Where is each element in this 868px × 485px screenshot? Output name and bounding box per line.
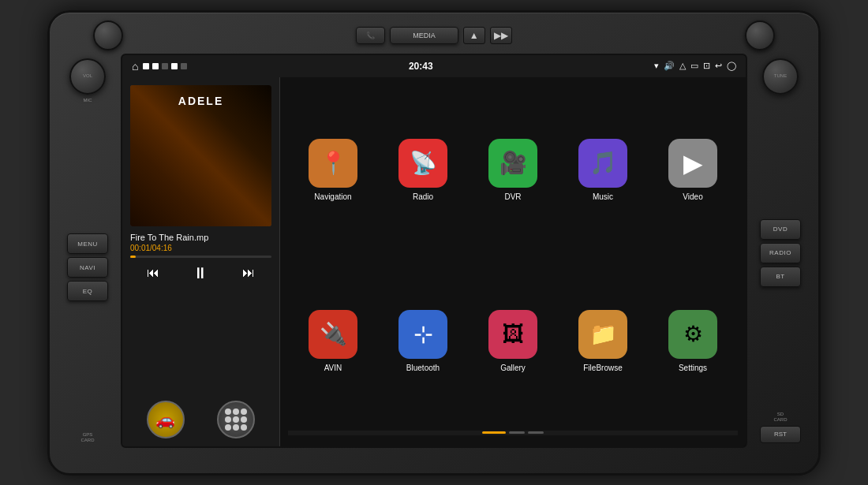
filebrowser-icon: 📁 — [578, 310, 627, 359]
battery-icon: ▭ — [690, 61, 698, 71]
car-icon-button[interactable]: 🚗 — [147, 401, 185, 438]
dot-2 — [233, 409, 239, 415]
tune-label: TUNE — [774, 73, 787, 79]
status-right: ▾ 🔊 △ ▭ ⊡ ↩ ◯ — [654, 61, 736, 71]
back-icon: ↩ — [715, 61, 722, 71]
page-indicator-2 — [509, 431, 525, 434]
indicator-4 — [171, 63, 178, 69]
bluetooth-label: Bluetooth — [406, 364, 440, 372]
artist-name-art: ADELE — [130, 95, 271, 107]
dot-4 — [225, 416, 231, 423]
radio-icon: 📡 — [398, 139, 447, 188]
media-panel: ADELE Fire To The Rain.mp 00:01/04:16 ⏮ — [122, 77, 280, 446]
app-dvr[interactable]: 🎥 DVR — [481, 88, 544, 252]
eq-button[interactable]: EQ — [67, 281, 108, 301]
gps-card-label: GPSCARD — [80, 432, 94, 442]
app-gallery[interactable]: 🖼 Gallery — [481, 259, 544, 423]
main-row: VOL MIC MENU NAVI EQ GPSCARD ⌂ — [50, 54, 818, 448]
track-name: Fire To The Rain.mp — [130, 233, 271, 242]
progress-bar-fill — [130, 256, 136, 258]
dot-3 — [241, 409, 247, 415]
app-row-2: 🔌 AVIN ⊹ Bluetooth 🖼 Gallery 📁 — [288, 259, 738, 423]
dot-1 — [225, 409, 231, 415]
dvr-label: DVR — [504, 192, 521, 201]
skip-button[interactable]: ▶▶ — [490, 27, 512, 44]
screen-content: ADELE Fire To The Rain.mp 00:01/04:16 ⏮ — [122, 77, 746, 446]
status-time: 20:43 — [409, 61, 433, 72]
dot-7 — [225, 424, 231, 431]
mic-label: MIC — [84, 98, 92, 103]
current-time: 00:01 — [130, 244, 150, 252]
screen: ⌂ 20:43 ▾ 🔊 △ ▭ ⊡ ↩ — [121, 54, 747, 448]
bottom-controls: 🚗 — [130, 401, 271, 438]
wifi-icon: ▾ — [654, 61, 659, 71]
indicator-1 — [143, 63, 149, 69]
music-icon: 🎵 — [578, 139, 627, 188]
phone-button[interactable]: 📞 — [356, 27, 385, 44]
album-art: ADELE — [130, 85, 271, 226]
video-label: Video — [683, 192, 702, 201]
app-row-1: 📍 Navigation 📡 Radio 🎥 DVR 🎵 — [288, 88, 738, 252]
page-indicator-1 — [482, 431, 506, 434]
app-music[interactable]: 🎵 Music — [571, 88, 634, 252]
album-art-inner: ADELE — [130, 85, 271, 226]
bluetooth-icon: ⊹ — [398, 310, 447, 359]
settings-icon: ⚙ — [668, 310, 717, 359]
app-settings[interactable]: ⚙ Settings — [661, 259, 724, 423]
navigation-label: Navigation — [314, 192, 351, 201]
app-filebrowser[interactable]: 📁 FileBrowse — [571, 259, 634, 423]
track-time: 00:01/04:16 — [130, 244, 271, 252]
dot-8 — [233, 424, 239, 431]
triangle-icon: △ — [679, 61, 686, 71]
eject-button[interactable]: ▲ — [463, 27, 485, 44]
media-button[interactable]: MEDIA — [390, 27, 458, 44]
media-controls: ⏮ ⏸ ⏭ — [130, 264, 271, 282]
tune-knob[interactable]: TUNE — [762, 58, 799, 95]
next-button[interactable]: ⏭ — [242, 266, 255, 280]
status-indicators — [143, 63, 187, 69]
screen-icon: ⊡ — [703, 61, 710, 71]
home-icon[interactable]: ⌂ — [132, 60, 138, 73]
sd-card-label: SDCARD — [773, 412, 787, 422]
prev-button[interactable]: ⏮ — [147, 266, 159, 280]
settings-label: Settings — [679, 364, 707, 372]
gallery-label: Gallery — [500, 364, 526, 372]
app-bluetooth[interactable]: ⊹ Bluetooth — [391, 259, 455, 423]
top-center-buttons: 📞 MEDIA ▲ ▶▶ — [356, 27, 512, 44]
app-avin[interactable]: 🔌 AVIN — [301, 259, 365, 423]
status-left: ⌂ — [132, 60, 187, 73]
left-btn-group: MENU NAVI EQ — [67, 106, 108, 429]
app-navigation[interactable]: 📍 Navigation — [301, 88, 365, 252]
navi-button[interactable]: NAVI — [67, 257, 108, 278]
dvd-button[interactable]: DVD — [760, 219, 801, 240]
menu-button[interactable]: MENU — [67, 233, 108, 254]
page-indicator-3 — [528, 431, 544, 434]
app-video[interactable]: ▶ Video — [661, 88, 724, 252]
dot-5 — [233, 416, 239, 423]
dot-6 — [241, 416, 247, 423]
progress-bar-container[interactable] — [130, 256, 271, 258]
filebrowser-label: FileBrowse — [583, 364, 622, 372]
left-top-knob[interactable] — [93, 21, 123, 50]
video-icon: ▶ — [668, 139, 717, 188]
app-radio[interactable]: 📡 Radio — [391, 88, 455, 252]
radio-button[interactable]: RADIO — [760, 243, 801, 263]
vol-knob[interactable]: VOL — [69, 58, 106, 95]
total-time: 04:16 — [152, 244, 172, 252]
bottom-bar — [288, 431, 738, 435]
volume-icon: 🔊 — [664, 61, 675, 71]
rst-button[interactable]: RST — [760, 426, 801, 443]
top-bar: 📞 MEDIA ▲ ▶▶ — [50, 22, 818, 49]
pause-button[interactable]: ⏸ — [193, 264, 208, 282]
gallery-icon: 🖼 — [488, 310, 537, 359]
track-info: Fire To The Rain.mp 00:01/04:16 — [130, 233, 271, 252]
head-unit: 📞 MEDIA ▲ ▶▶ VOL MIC MENU NAVI EQ GPSCAR… — [47, 10, 821, 476]
bt-button[interactable]: BT — [760, 267, 801, 287]
left-side-buttons: VOL MIC MENU NAVI EQ GPSCARD — [61, 54, 114, 448]
avin-label: AVIN — [324, 364, 342, 372]
right-top-knob[interactable] — [745, 21, 775, 50]
app-grid: 📍 Navigation 📡 Radio 🎥 DVR 🎵 — [280, 77, 746, 446]
menu-icon-button[interactable] — [217, 401, 255, 438]
indicator-2 — [152, 63, 159, 69]
right-btn-group: DVD RADIO BT — [760, 98, 801, 409]
